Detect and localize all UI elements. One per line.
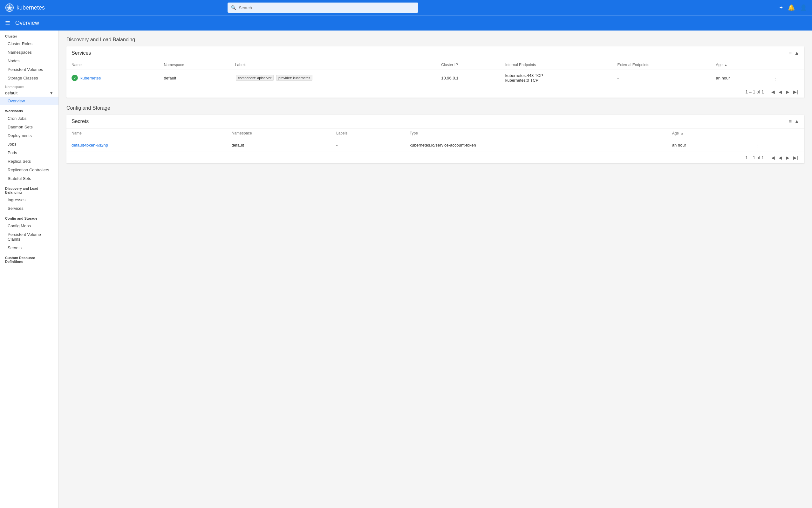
sidebar-item-deployments[interactable]: Deployments [0,131,58,140]
service-more-cell: ⋮ [767,70,804,86]
sidebar-item-nodes[interactable]: Nodes [0,56,58,65]
service-name-link[interactable]: kubernetes [80,76,101,80]
namespace-value: default [5,91,17,95]
first-page-icon[interactable]: |◀ [769,89,776,95]
sidebar-item-persistent-volume-claims[interactable]: Persistent Volume Claims [0,230,58,244]
sidebar-item-storage-classes[interactable]: Storage Classes [0,74,58,82]
discovery-section-title: Discovery and Load Balancing [66,37,804,43]
label-chip: provider: kubernetes [276,75,312,81]
service-name-cell: ✓ kubernetes [66,70,159,86]
first-page-icon[interactable]: |◀ [769,155,776,161]
sidebar-item-config-maps[interactable]: Config Maps [0,221,58,230]
status-icon: ✓ [72,75,78,81]
secret-age-link[interactable]: an hour [672,143,686,147]
namespace-dropdown[interactable]: default ▼ [0,89,58,97]
secret-name-link[interactable]: default-token-6s2np [72,143,108,147]
prev-page-icon[interactable]: ◀ [777,155,783,161]
secrets-col-age: Age ▲ [667,128,750,138]
secret-age-cell: an hour [667,138,750,152]
hamburger-menu-icon[interactable]: ☰ [5,20,10,27]
user-icon[interactable]: 👤 [800,4,807,11]
config-storage-section-title: Config and Storage [66,105,804,111]
content-area: Discovery and Load Balancing Services ≡ … [59,31,812,508]
secret-labels-cell: - [331,138,405,152]
secrets-table: Name Namespace Labels Type Age ▲ [66,128,804,152]
services-col-actions [767,60,804,70]
logo: kubernetes [5,3,45,12]
sidebar-item-replica-sets[interactable]: Replica Sets [0,157,58,166]
more-options-icon[interactable]: ⋮ [755,142,761,148]
main-layout: Cluster Cluster Roles Namespaces Nodes P… [0,31,812,508]
search-icon: 🔍 [231,5,236,10]
label-chip: component: apiserver [236,75,274,81]
secrets-col-namespace: Namespace [227,128,331,138]
topbar-actions: + 🔔 👤 [779,4,807,11]
page-title: Overview [15,20,39,27]
last-page-icon[interactable]: ▶| [792,155,799,161]
discovery-section-header: Discovery and Load Balancing [0,183,58,196]
services-col-age: Age ▲ [711,60,767,70]
collapse-icon[interactable]: ▲ [794,119,799,124]
secrets-col-labels: Labels [331,128,405,138]
services-table-header: Services ≡ ▲ [66,46,804,60]
filter-icon[interactable]: ≡ [789,119,792,124]
sidebar-item-namespaces[interactable]: Namespaces [0,48,58,56]
collapse-icon[interactable]: ▲ [794,50,799,56]
services-table-head-row: Name Namespace Labels Cluster IP Interna… [66,60,804,70]
secrets-table-head-row: Name Namespace Labels Type Age ▲ [66,128,804,138]
notification-icon[interactable]: 🔔 [788,4,795,11]
age-sort-icon: ▲ [680,132,684,135]
sidebar-item-jobs[interactable]: Jobs [0,140,58,149]
subheader: ☰ Overview [0,15,812,31]
services-table: Name Namespace Labels Cluster IP Interna… [66,60,804,86]
secret-more-cell: ⋮ [750,138,804,152]
sidebar-item-pods[interactable]: Pods [0,149,58,157]
services-col-cluster-ip: Cluster IP [436,60,500,70]
sidebar-item-ingresses[interactable]: Ingresses [0,196,58,204]
secrets-table-actions: ≡ ▲ [789,119,799,124]
prev-page-icon[interactable]: ◀ [777,89,783,95]
secrets-pagination: 1 – 1 of 1 |◀ ◀ ▶ ▶| [66,152,804,163]
secret-namespace-cell: default [227,138,331,152]
next-page-icon[interactable]: ▶ [785,155,791,161]
service-age-cell: an hour [711,70,767,86]
filter-icon[interactable]: ≡ [789,50,792,56]
topbar: kubernetes 🔍 + 🔔 👤 [0,0,812,15]
sidebar-item-cluster-roles[interactable]: Cluster Roles [0,39,58,48]
services-pagination: 1 – 1 of 1 |◀ ◀ ▶ ▶| [66,86,804,97]
secrets-page-count: 1 – 1 of 1 [744,155,765,161]
sidebar-item-stateful-sets[interactable]: Stateful Sets [0,174,58,183]
more-options-icon[interactable]: ⋮ [772,75,778,81]
sidebar-item-overview[interactable]: Overview [0,97,58,105]
sidebar-item-daemon-sets[interactable]: Daemon Sets [0,123,58,131]
status-check-icon: ✓ [72,75,78,81]
secrets-table-title: Secrets [72,119,89,124]
service-cluster-ip-cell: 10.96.0.1 [436,70,500,86]
service-internal-endpoints-cell: kubernetes:443 TCP kubernetes:0 TCP [500,70,613,86]
services-col-name: Name [66,60,159,70]
services-col-labels: Labels [230,60,436,70]
chevron-down-icon: ▼ [49,91,53,95]
workloads-section-header: Workloads [0,105,58,114]
sidebar-item-secrets[interactable]: Secrets [0,244,58,252]
last-page-icon[interactable]: ▶| [792,89,799,95]
services-table-card: Services ≡ ▲ Name Namespace Labels Clust… [66,46,804,97]
next-page-icon[interactable]: ▶ [785,89,791,95]
config-section-header: Config and Storage [0,213,58,221]
sidebar-item-persistent-volumes[interactable]: Persistent Volumes [0,65,58,74]
sidebar-item-services[interactable]: Services [0,204,58,213]
add-icon[interactable]: + [779,4,783,11]
services-page-count: 1 – 1 of 1 [744,89,765,95]
search-input[interactable] [228,3,418,13]
kubernetes-logo-icon [5,3,14,12]
service-external-endpoints-cell: - [612,70,711,86]
service-labels-cell: component: apiserver provider: kubernete… [230,70,436,86]
sidebar-item-cron-jobs[interactable]: Cron Jobs [0,114,58,123]
cluster-section-header: Cluster [0,31,58,39]
sidebar-item-replication-controllers[interactable]: Replication Controllers [0,166,58,174]
svg-point-1 [9,7,10,8]
service-age-link[interactable]: an hour [716,76,730,80]
services-col-external-endpoints: External Endpoints [612,60,711,70]
service-namespace-cell: default [159,70,230,86]
secrets-table-card: Secrets ≡ ▲ Name Namespace Labels Type A… [66,115,804,163]
